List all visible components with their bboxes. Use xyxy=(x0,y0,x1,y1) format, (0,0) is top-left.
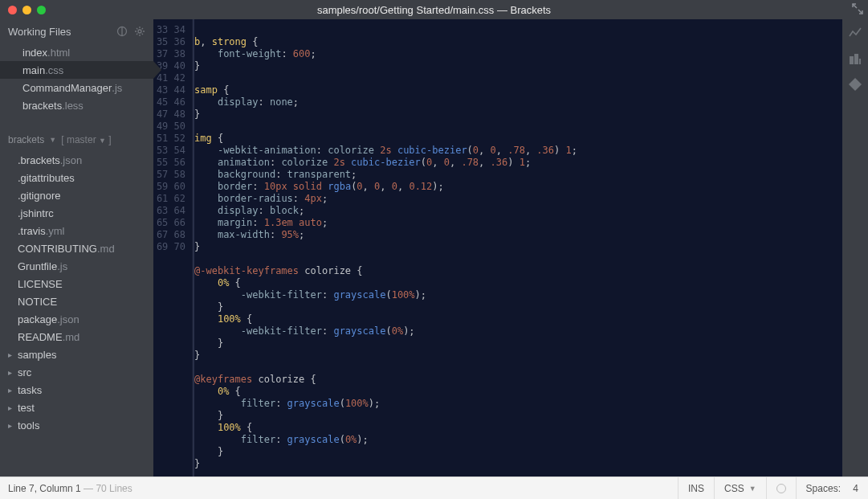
editor[interactable]: 33 34 35 36 37 38 39 40 41 42 43 44 45 4… xyxy=(153,19,842,477)
tree-folder[interactable]: ▸tools xyxy=(0,416,153,434)
file-name: src xyxy=(18,366,31,378)
svg-point-1 xyxy=(138,30,141,33)
tree-file[interactable]: .brackets.json xyxy=(0,151,153,169)
project-header[interactable]: brackets ▼ [ master ▼ ] xyxy=(0,129,153,151)
insert-mode-toggle[interactable]: INS xyxy=(678,477,714,499)
tree-folder[interactable]: ▸src xyxy=(0,363,153,381)
chevron-down-icon: ▼ xyxy=(749,485,756,493)
file-name: .jshintrc xyxy=(18,207,54,219)
file-ext: .json xyxy=(60,154,82,166)
file-name: samples xyxy=(18,349,56,361)
expand-icon[interactable] xyxy=(852,3,863,14)
working-file-item[interactable]: main.css xyxy=(0,61,153,79)
file-name: .travis xyxy=(18,225,46,237)
cursor-position[interactable]: Line 7, Column 1 xyxy=(8,483,81,494)
tree-file[interactable]: LICENSE xyxy=(0,275,153,292)
file-name: README xyxy=(18,331,63,343)
tree-folder[interactable]: ▸tasks xyxy=(0,381,153,399)
file-name: brackets xyxy=(22,100,62,112)
chevron-right-icon: ▸ xyxy=(8,350,16,359)
chevron-down-icon: ▼ xyxy=(49,136,56,144)
working-files-list: index.htmlmain.cssCommandManager.jsbrack… xyxy=(0,43,153,114)
file-ext: .json xyxy=(57,313,79,325)
indentation-setting[interactable]: Spaces: 4 xyxy=(796,477,868,499)
tree-file[interactable]: .gitattributes xyxy=(0,169,153,186)
chevron-right-icon: ▸ xyxy=(8,386,16,395)
tree-file[interactable]: .gitignore xyxy=(0,186,153,204)
file-name: Gruntfile xyxy=(18,260,57,272)
svg-rect-4 xyxy=(859,59,861,64)
circle-icon xyxy=(776,484,786,493)
split-view-icon[interactable] xyxy=(116,26,128,37)
chevron-right-icon: ▸ xyxy=(8,368,16,377)
working-file-item[interactable]: index.html xyxy=(0,43,153,61)
tree-file[interactable]: Gruntfile.js xyxy=(0,257,153,275)
zoom-window-button[interactable] xyxy=(37,6,46,14)
svg-rect-3 xyxy=(854,54,858,64)
file-ext: .yml xyxy=(46,225,65,237)
file-name: CommandManager xyxy=(22,82,112,94)
chevron-down-icon: ▼ xyxy=(99,137,106,145)
svg-rect-2 xyxy=(850,56,854,64)
language-mode[interactable]: CSS▼ xyxy=(714,477,766,499)
file-name: CONTRIBUTING xyxy=(18,243,97,255)
chevron-right-icon: ▸ xyxy=(8,403,16,412)
tree-file[interactable]: .travis.yml xyxy=(0,222,153,239)
tree-file[interactable]: CONTRIBUTING.md xyxy=(0,239,153,257)
titlebar: samples/root/Getting Started/main.css — … xyxy=(0,0,868,19)
plugin-icon[interactable] xyxy=(848,77,862,92)
file-ext: .js xyxy=(112,82,122,94)
file-ext: .less xyxy=(62,100,84,112)
file-ext: .html xyxy=(47,47,70,59)
project-name: brackets xyxy=(8,134,44,145)
file-name: tasks xyxy=(18,384,42,396)
file-name: tools xyxy=(18,419,39,432)
working-file-item[interactable]: CommandManager.js xyxy=(0,79,153,96)
extension-rail xyxy=(842,19,868,477)
tree-folder[interactable]: ▸samples xyxy=(0,346,153,363)
project-tree: .brackets.json.gitattributes.gitignore.j… xyxy=(0,151,153,434)
file-ext: .md xyxy=(63,331,80,343)
file-name: LICENSE xyxy=(18,278,63,290)
file-name: index xyxy=(22,47,47,59)
file-ext: .md xyxy=(97,243,115,255)
code-area[interactable]: b, strong { font-weight: 600; } samp { d… xyxy=(192,19,842,477)
working-file-item[interactable]: brackets.less xyxy=(0,96,153,114)
window-title: samples/root/Getting Started/main.css — … xyxy=(0,4,868,16)
tree-folder[interactable]: ▸test xyxy=(0,399,153,416)
file-ext: .css xyxy=(45,64,63,76)
file-name: .gitignore xyxy=(18,190,60,202)
linting-status[interactable] xyxy=(766,477,796,499)
file-ext: .js xyxy=(57,260,67,272)
working-files-header[interactable]: Working Files xyxy=(0,19,153,43)
file-name: .brackets xyxy=(18,154,60,166)
file-name: test xyxy=(18,402,35,414)
working-files-label: Working Files xyxy=(8,26,116,38)
live-preview-icon[interactable] xyxy=(848,26,862,40)
file-name: package xyxy=(18,313,57,325)
tree-file[interactable]: package.json xyxy=(0,310,153,328)
close-window-button[interactable] xyxy=(8,6,17,14)
chevron-right-icon: ▸ xyxy=(8,421,16,430)
extension-manager-icon[interactable] xyxy=(848,51,862,66)
tree-file[interactable]: .jshintrc xyxy=(0,204,153,222)
window-controls xyxy=(0,6,46,14)
sidebar: Working Files index.htmlmain.cssCommandM… xyxy=(0,19,153,477)
total-lines: — 70 Lines xyxy=(81,483,132,494)
status-bar: Line 7, Column 1 — 70 Lines INS CSS▼ Spa… xyxy=(0,477,868,499)
file-name: NOTICE xyxy=(18,296,57,308)
branch-name: master xyxy=(67,134,96,145)
file-name: main xyxy=(22,64,45,76)
file-name: .gitattributes xyxy=(18,172,75,184)
tree-file[interactable]: README.md xyxy=(0,328,153,346)
gear-icon[interactable] xyxy=(134,26,145,37)
tree-file[interactable]: NOTICE xyxy=(0,292,153,310)
gutter: 33 34 35 36 37 38 39 40 41 42 43 44 45 4… xyxy=(153,19,192,477)
minimize-window-button[interactable] xyxy=(22,6,31,14)
